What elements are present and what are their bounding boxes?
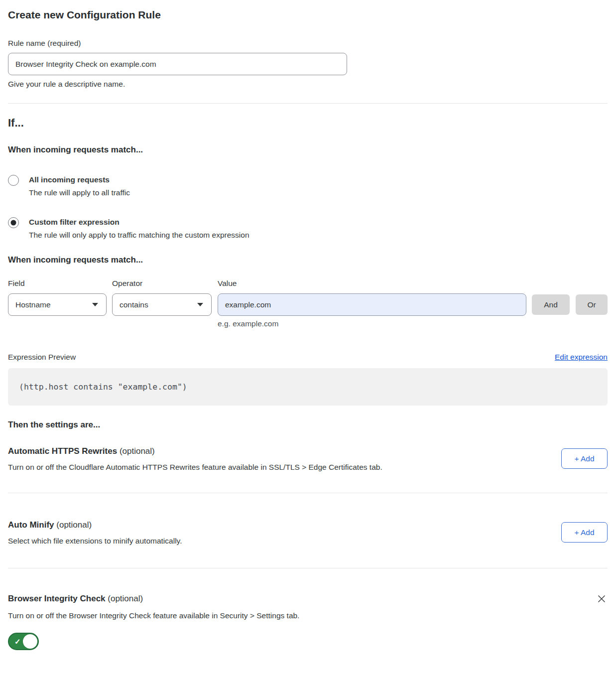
if-heading: If... [8,117,608,130]
field-label: Field [8,279,107,288]
setting-description: Turn on or off the Browser Integrity Che… [8,611,299,620]
check-icon: ✓ [14,637,21,646]
match-radio-group: All incoming requests The rule will appl… [8,175,608,240]
remove-browser-integrity-check-button[interactable] [596,593,608,605]
value-input[interactable] [218,293,526,316]
expression-code: (http.host contains "example.com") [19,382,187,392]
field-select[interactable]: Hostname [8,293,107,316]
chevron-down-icon [92,303,98,306]
rule-name-label: Rule name (required) [8,39,608,48]
section-divider [8,568,608,568]
rule-name-input[interactable] [8,53,347,75]
builder-heading: When incoming requests match... [8,255,608,265]
setting-title: Automatic HTTPS Rewrites [8,446,117,456]
builder-row: Hostname contains And Or [8,293,608,316]
field-select-value: Hostname [15,300,51,309]
radio-all-incoming-desc: The rule will apply to all traffic [29,188,130,197]
setting-title: Auto Minify [8,520,54,530]
rule-name-helper: Give your rule a descriptive name. [8,80,608,89]
radio-custom-filter-desc: The rule will only apply to traffic matc… [29,231,249,240]
operator-label: Operator [112,279,212,288]
chevron-down-icon [197,303,203,306]
value-label: Value [218,279,526,288]
browser-integrity-check-toggle[interactable]: ✓ [8,633,39,650]
setting-title: Browser Integrity Check [8,594,106,603]
match-heading: When incoming requests match... [8,145,608,155]
setting-optional-tag: (optional) [117,446,155,456]
radio-all-incoming-icon[interactable] [8,175,19,186]
page-title: Create new Configuration Rule [8,9,608,21]
expression-preview-label: Expression Preview [8,353,76,362]
setting-optional-tag: (optional) [106,594,143,603]
or-button[interactable]: Or [576,294,608,315]
radio-custom-filter-icon[interactable] [8,217,19,228]
expression-code-box: (http.host contains "example.com") [8,368,608,406]
toggle-knob [23,634,37,649]
builder-labels: Field Operator Value [8,279,608,288]
edit-expression-link[interactable]: Edit expression [555,353,608,362]
settings-heading: Then the settings are... [8,420,608,430]
radio-all-incoming-label: All incoming requests [29,175,130,184]
setting-description: Select which file extensions to minify a… [8,537,561,546]
setting-description: Turn on or off the Cloudflare Automatic … [8,463,561,472]
value-helper: e.g. example.com [8,319,608,328]
setting-row-automatic-https-rewrites: Automatic HTTPS Rewrites (optional) Turn… [8,446,608,472]
radio-option-custom-filter[interactable]: Custom filter expression The rule will o… [8,217,608,240]
section-divider [8,493,608,493]
section-divider [8,103,608,104]
operator-select-value: contains [120,300,148,309]
setting-row-auto-minify: Auto Minify (optional) Select which file… [8,520,608,546]
rule-name-section: Rule name (required) Give your rule a de… [8,39,608,89]
expression-preview-row: Expression Preview Edit expression [8,353,608,362]
setting-row-browser-integrity-check: Browser Integrity Check (optional) Turn … [8,594,608,650]
add-automatic-https-rewrites-button[interactable]: + Add [561,448,608,469]
operator-select[interactable]: contains [112,293,212,316]
radio-custom-filter-label: Custom filter expression [29,218,249,227]
close-icon [597,594,607,604]
add-auto-minify-button[interactable]: + Add [561,522,608,543]
radio-option-all-incoming[interactable]: All incoming requests The rule will appl… [8,175,608,197]
and-button[interactable]: And [532,294,570,315]
setting-optional-tag: (optional) [54,520,92,530]
